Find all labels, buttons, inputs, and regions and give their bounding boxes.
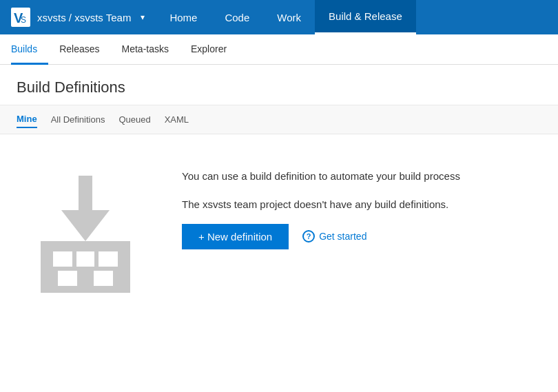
info-actions: + New definition ? Get started xyxy=(182,224,541,249)
nav-home[interactable]: Home xyxy=(156,0,211,34)
top-navigation: V S xsvsts / xsvsts Team ▾ Home Code Wor… xyxy=(0,0,558,34)
filter-all-definitions[interactable]: All Definitions xyxy=(51,112,105,127)
info-area: You can use a build definition to automa… xyxy=(182,162,541,249)
svg-rect-3 xyxy=(79,176,92,210)
new-definition-button[interactable]: + New definition xyxy=(182,224,289,249)
filter-queued[interactable]: Queued xyxy=(118,112,150,127)
filter-bar: Mine All Definitions Queued XAML xyxy=(0,105,558,134)
get-started-link[interactable]: ? Get started xyxy=(302,230,366,243)
vs-logo-icon: V S xyxy=(11,8,30,27)
tab-explorer[interactable]: Explorer xyxy=(180,35,238,65)
info-text-1: You can use a build definition to automa… xyxy=(182,169,541,185)
nav-work[interactable]: Work xyxy=(263,0,315,34)
brand-text: xsvsts / xsvsts Team xyxy=(37,12,131,23)
page-header: Build Definitions xyxy=(0,65,558,105)
get-started-label: Get started xyxy=(319,231,366,242)
brand-link[interactable]: V S xsvsts / xsvsts Team ▾ xyxy=(0,0,156,34)
svg-rect-7 xyxy=(76,251,94,267)
info-text-2: The xsvsts team project doesn't have any… xyxy=(182,198,541,210)
tab-builds[interactable]: Builds xyxy=(11,35,48,65)
nav-build-release[interactable]: Build & Release xyxy=(315,0,416,34)
top-nav-links: Home Code Work Build & Release xyxy=(156,0,558,34)
svg-rect-5 xyxy=(41,241,130,293)
svg-rect-6 xyxy=(53,251,72,267)
help-icon: ? xyxy=(302,230,315,243)
page-title: Build Definitions xyxy=(17,79,541,96)
main-content: You can use a build definition to automa… xyxy=(0,134,558,327)
svg-rect-10 xyxy=(94,271,113,286)
svg-rect-8 xyxy=(99,251,118,267)
nav-code[interactable]: Code xyxy=(211,0,263,34)
build-icon-svg xyxy=(20,162,151,300)
filter-xaml[interactable]: XAML xyxy=(165,112,189,127)
svg-marker-4 xyxy=(61,210,110,241)
sub-navigation: Builds Releases Meta-tasks Explorer xyxy=(0,34,558,65)
tab-meta-tasks[interactable]: Meta-tasks xyxy=(111,35,180,65)
svg-rect-9 xyxy=(58,271,77,286)
tab-releases[interactable]: Releases xyxy=(48,35,110,65)
filter-mine[interactable]: Mine xyxy=(17,111,37,128)
svg-text:S: S xyxy=(21,15,26,25)
brand-dropdown-icon[interactable]: ▾ xyxy=(141,12,145,22)
build-illustration xyxy=(17,162,154,300)
